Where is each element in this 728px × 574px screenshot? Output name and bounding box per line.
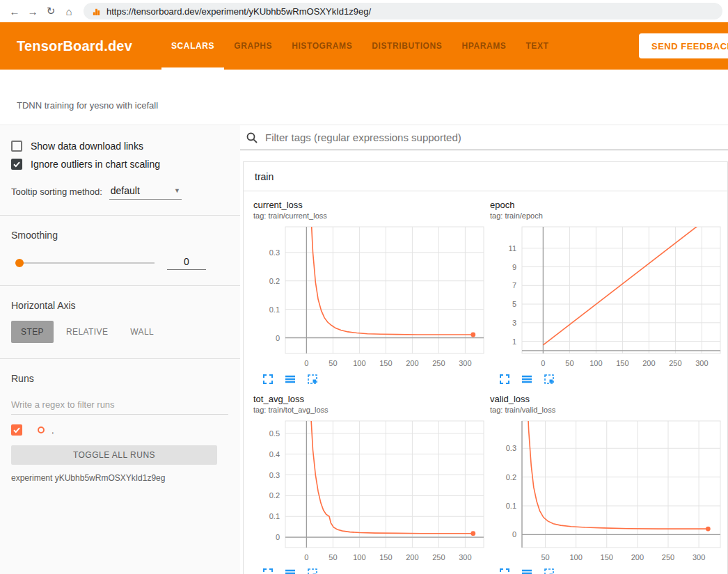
- browser-toolbar: ← → ↻ ⌂ https://tensorboard.dev/experime…: [0, 0, 728, 22]
- chart-tot-avg-loss: tot_avg_loss tag: train/tot_avg_loss 050…: [253, 394, 487, 574]
- expand-chart-icon[interactable]: [262, 567, 274, 574]
- tooltip-sorting-value: default: [111, 185, 140, 196]
- smoothing-section: Smoothing 0: [0, 215, 240, 285]
- home-icon[interactable]: ⌂: [60, 2, 78, 20]
- svg-text:0.2: 0.2: [506, 473, 516, 481]
- svg-text:150: 150: [379, 553, 392, 561]
- svg-text:0: 0: [304, 553, 308, 561]
- svg-text:0.1: 0.1: [269, 305, 280, 314]
- svg-text:0.4: 0.4: [269, 450, 280, 459]
- svg-text:50: 50: [329, 359, 337, 367]
- tooltip-sorting-label: Tooltip sorting method:: [11, 186, 102, 200]
- svg-text:250: 250: [432, 553, 445, 561]
- svg-text:0: 0: [512, 530, 516, 539]
- ignore-outliers-row[interactable]: Ignore outliers in chart scaling: [11, 159, 229, 170]
- chart-toolbar: [498, 373, 724, 385]
- svg-text:50: 50: [565, 359, 573, 367]
- svg-text:150: 150: [601, 553, 613, 561]
- toggle-all-runs-button[interactable]: TOGGLE ALL RUNS: [11, 445, 217, 465]
- reload-icon[interactable]: ↻: [42, 2, 60, 20]
- svg-text:0.2: 0.2: [269, 491, 280, 500]
- back-icon[interactable]: ←: [6, 2, 24, 20]
- data-table-icon[interactable]: [284, 373, 296, 385]
- relative-button[interactable]: RELATIVE: [56, 321, 118, 343]
- nav-tabs: SCALARS GRAPHS HISTOGRAMS DISTRIBUTIONS …: [161, 22, 558, 70]
- tab-hparams[interactable]: HPARAMS: [452, 22, 516, 70]
- runs-section: Runs . TOGGLE ALL RUNS experiment yKUbhb…: [0, 358, 240, 498]
- chart-title: epoch: [490, 200, 724, 210]
- show-download-links-checkbox[interactable]: [11, 141, 22, 152]
- tab-histograms[interactable]: HISTOGRAMS: [282, 22, 362, 70]
- svg-text:200: 200: [631, 553, 644, 561]
- tag-filter-input[interactable]: [265, 131, 728, 143]
- horizontal-axis-label: Horizontal Axis: [11, 300, 229, 311]
- svg-text:100: 100: [353, 553, 365, 561]
- send-feedback-button[interactable]: SEND FEEDBACK: [639, 33, 728, 58]
- svg-text:100: 100: [589, 359, 602, 367]
- expand-chart-icon[interactable]: [262, 373, 274, 385]
- data-table-icon[interactable]: [521, 567, 533, 574]
- svg-text:9: 9: [512, 263, 516, 271]
- data-table-icon[interactable]: [521, 373, 533, 385]
- train-card-header[interactable]: train: [244, 162, 727, 191]
- expand-chart-icon[interactable]: [498, 373, 511, 385]
- chart-tag: tag: train/valid_loss: [490, 406, 724, 414]
- data-table-icon[interactable]: [284, 567, 296, 574]
- smoothing-value[interactable]: 0: [167, 256, 206, 270]
- svg-text:0.5: 0.5: [269, 429, 280, 438]
- tensorboard-logo[interactable]: TensorBoard.dev: [17, 38, 132, 54]
- chart-title: current_loss: [253, 200, 487, 210]
- smoothing-slider[interactable]: [15, 258, 155, 268]
- charts-grid: current_loss tag: train/current_loss 050…: [244, 191, 727, 574]
- settings-sidebar: Show data download links Ignore outliers…: [0, 125, 240, 574]
- svg-text:0: 0: [276, 334, 280, 342]
- fit-domain-icon[interactable]: [543, 373, 555, 385]
- fit-domain-icon[interactable]: [306, 373, 319, 385]
- svg-text:50: 50: [329, 553, 337, 561]
- svg-text:50: 50: [541, 553, 549, 561]
- general-settings-section: Show data download links Ignore outliers…: [0, 125, 240, 215]
- tab-graphs[interactable]: GRAPHS: [224, 22, 282, 70]
- chart-plot[interactable]: 5010015020025030000.10.20.3: [490, 418, 724, 566]
- step-button[interactable]: STEP: [11, 321, 54, 343]
- runs-filter-input[interactable]: [11, 395, 228, 415]
- card-title: train: [255, 171, 274, 182]
- svg-text:300: 300: [459, 359, 471, 367]
- tab-text[interactable]: TEXT: [516, 22, 558, 70]
- svg-text:150: 150: [379, 359, 392, 367]
- chart-plot[interactable]: 05010015020025030000.10.20.3: [253, 224, 487, 372]
- experiment-bar: TDNN training for yesno with icefall: [0, 70, 728, 125]
- run-name: .: [52, 425, 54, 436]
- slider-thumb-icon[interactable]: [15, 259, 24, 267]
- expand-chart-icon[interactable]: [498, 567, 511, 574]
- chart-plot[interactable]: 05010015020025030000.10.20.30.40.5: [253, 418, 487, 566]
- svg-text:0: 0: [541, 359, 545, 367]
- fit-domain-icon[interactable]: [306, 567, 319, 574]
- run-checkbox[interactable]: [11, 424, 22, 436]
- experiment-id: experiment yKUbhb5wRmOSXYkId1z9eg: [11, 473, 229, 483]
- search-icon: [246, 131, 258, 144]
- axis-button-group: STEP RELATIVE WALL: [11, 321, 229, 343]
- check-icon: [13, 160, 21, 168]
- svg-text:100: 100: [569, 553, 582, 561]
- tab-distributions[interactable]: DISTRIBUTIONS: [362, 22, 452, 70]
- url-text: https://tensorboard.dev/experiment/yKUbh…: [106, 6, 371, 17]
- tensorboard-favicon-icon: [92, 7, 101, 16]
- show-download-links-row[interactable]: Show data download links: [11, 141, 229, 152]
- chart-tag: tag: train/current_loss: [253, 212, 487, 220]
- forward-icon[interactable]: →: [24, 2, 42, 20]
- ignore-outliers-checkbox[interactable]: [11, 159, 22, 170]
- tab-scalars[interactable]: SCALARS: [161, 22, 224, 70]
- tooltip-sorting-dropdown[interactable]: default ▼: [109, 185, 182, 200]
- fit-domain-icon[interactable]: [543, 567, 555, 574]
- svg-text:0.3: 0.3: [269, 248, 280, 257]
- run-row[interactable]: .: [11, 424, 229, 436]
- chart-plot[interactable]: 0501001502002503001357911: [490, 224, 724, 372]
- svg-text:200: 200: [642, 359, 655, 367]
- address-bar[interactable]: https://tensorboard.dev/experiment/yKUbh…: [84, 3, 722, 19]
- content: Show data download links Ignore outliers…: [0, 125, 728, 574]
- wall-button[interactable]: WALL: [120, 321, 164, 343]
- svg-text:5: 5: [512, 300, 516, 308]
- svg-text:0.3: 0.3: [506, 444, 516, 452]
- svg-text:1: 1: [512, 337, 516, 346]
